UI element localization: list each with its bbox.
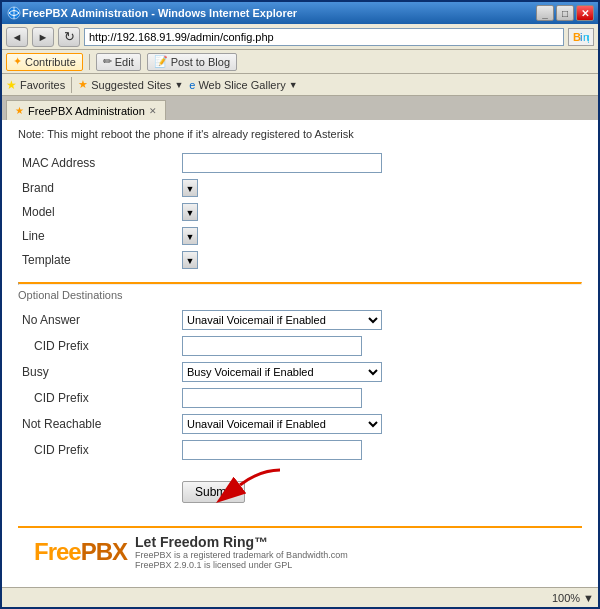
- edit-button[interactable]: ✏ Edit: [96, 53, 141, 71]
- busy-row: Busy Busy Voicemail if Enabled: [18, 359, 582, 385]
- no-answer-label: No Answer: [18, 307, 178, 333]
- no-answer-cid-input-cell: [178, 333, 582, 359]
- tab-icon: ★: [15, 105, 24, 116]
- tab-close-icon[interactable]: ✕: [149, 106, 157, 116]
- form-table: MAC Address Brand ▼ Model ▼: [18, 150, 582, 272]
- tab-bar: ★ FreePBX Administration ✕: [2, 96, 598, 120]
- blog-icon: 📝: [154, 55, 168, 68]
- busy-select[interactable]: Busy Voicemail if Enabled: [182, 362, 382, 382]
- back-button[interactable]: ◄: [6, 27, 28, 47]
- line-dropdown[interactable]: ▼: [182, 227, 198, 245]
- brand-label: Brand: [18, 176, 178, 200]
- contribute-button[interactable]: ✦ Contribute: [6, 53, 83, 71]
- busy-select-cell: Busy Voicemail if Enabled: [178, 359, 582, 385]
- template-label: Template: [18, 248, 178, 272]
- submit-row: Submit: [18, 463, 582, 506]
- post-to-blog-button[interactable]: 📝 Post to Blog: [147, 53, 237, 71]
- edit-icon: ✏: [103, 55, 112, 68]
- web-slice-icon: e: [189, 79, 195, 91]
- no-answer-cid-input[interactable]: [182, 336, 362, 356]
- version: FreePBX 2.9.0.1 is licensed under GPL: [135, 560, 348, 570]
- favorites-bar: ★ Favorites ★ Suggested Sites ▼ e Web Sl…: [2, 74, 598, 96]
- address-bar: ◄ ► ↻ B i n g: [2, 24, 598, 50]
- web-slice-gallery-button[interactable]: e Web Slice Gallery ▼: [189, 79, 297, 91]
- brand-input-cell: ▼: [178, 176, 582, 200]
- destinations-table: No Answer Unavail Voicemail if Enabled C…: [18, 307, 582, 506]
- busy-cid-input[interactable]: [182, 388, 362, 408]
- address-input[interactable]: [84, 28, 564, 46]
- zoom-level: 100% ▼: [552, 592, 594, 604]
- line-label: Line: [18, 224, 178, 248]
- forward-button[interactable]: ►: [32, 27, 54, 47]
- busy-label: Busy: [18, 359, 178, 385]
- mac-address-row: MAC Address: [18, 150, 582, 176]
- not-reachable-cid-input[interactable]: [182, 440, 362, 460]
- template-row: Template ▼: [18, 248, 582, 272]
- model-row: Model ▼: [18, 200, 582, 224]
- window-title: FreePBX Administration - Windows Interne…: [22, 7, 536, 19]
- page-content: Note: This might reboot the phone if it'…: [2, 120, 598, 587]
- mac-address-input-cell: [178, 150, 582, 176]
- close-button[interactable]: ✕: [576, 5, 594, 21]
- brand-row: Brand ▼: [18, 176, 582, 200]
- not-reachable-row: Not Reachable Unavail Voicemail if Enabl…: [18, 411, 582, 437]
- note-text: Note: This might reboot the phone if it'…: [18, 128, 582, 140]
- model-dropdown[interactable]: ▼: [182, 203, 198, 221]
- maximize-button[interactable]: □: [556, 5, 574, 21]
- model-input-cell: ▼: [178, 200, 582, 224]
- busy-cid-label: CID Prefix: [18, 385, 178, 411]
- template-input-cell: ▼: [178, 248, 582, 272]
- no-answer-row: No Answer Unavail Voicemail if Enabled: [18, 307, 582, 333]
- trademark: FreePBX is a registered trademark of Ban…: [135, 550, 348, 560]
- busy-cid-row: CID Prefix: [18, 385, 582, 411]
- not-reachable-cid-input-cell: [178, 437, 582, 463]
- active-tab[interactable]: ★ FreePBX Administration ✕: [6, 100, 166, 120]
- not-reachable-cid-label: CID Prefix: [18, 437, 178, 463]
- not-reachable-cid-row: CID Prefix: [18, 437, 582, 463]
- mac-address-label: MAC Address: [18, 150, 178, 176]
- submit-arrow: [210, 465, 290, 505]
- favorites-button[interactable]: ★ Favorites: [6, 78, 65, 92]
- freepbx-logo: FreePBX: [34, 538, 127, 566]
- svg-text:g: g: [587, 31, 589, 43]
- not-reachable-label: Not Reachable: [18, 411, 178, 437]
- section-divider: [18, 282, 582, 285]
- minimize-button[interactable]: _: [536, 5, 554, 21]
- optional-destinations-label: Optional Destinations: [18, 289, 582, 301]
- no-answer-select-cell: Unavail Voicemail if Enabled: [178, 307, 582, 333]
- browser-window: FreePBX Administration - Windows Interne…: [0, 0, 600, 609]
- footer-text: Let Freedom Ring™ FreePBX is a registere…: [135, 534, 348, 570]
- busy-cid-input-cell: [178, 385, 582, 411]
- not-reachable-select[interactable]: Unavail Voicemail if Enabled: [182, 414, 382, 434]
- browser-icon: [6, 5, 22, 21]
- tagline: Let Freedom Ring™: [135, 534, 348, 550]
- star-icon: ★: [6, 78, 17, 92]
- model-label: Model: [18, 200, 178, 224]
- title-bar: FreePBX Administration - Windows Interne…: [2, 2, 598, 24]
- template-dropdown[interactable]: ▼: [182, 251, 198, 269]
- not-reachable-select-cell: Unavail Voicemail if Enabled: [178, 411, 582, 437]
- contribute-icon: ✦: [13, 55, 22, 68]
- status-bar: 100% ▼: [2, 587, 598, 607]
- web-slice-chevron: ▼: [289, 80, 298, 90]
- bing-search: B i n g: [568, 28, 594, 46]
- window-controls: _ □ ✕: [536, 5, 594, 21]
- suggested-sites-chevron: ▼: [174, 80, 183, 90]
- footer: FreePBX Let Freedom Ring™ FreePBX is a r…: [18, 526, 582, 576]
- line-row: Line ▼: [18, 224, 582, 248]
- content-area: Note: This might reboot the phone if it'…: [2, 120, 598, 587]
- toolbar: ✦ Contribute ✏ Edit 📝 Post to Blog: [2, 50, 598, 74]
- favorites-divider: [71, 77, 72, 93]
- no-answer-cid-label: CID Prefix: [18, 333, 178, 359]
- submit-cell: Submit: [178, 463, 582, 506]
- suggested-sites-button[interactable]: ★ Suggested Sites ▼: [78, 78, 183, 91]
- no-answer-select[interactable]: Unavail Voicemail if Enabled: [182, 310, 382, 330]
- toolbar-divider: [89, 54, 90, 70]
- mac-address-input[interactable]: [182, 153, 382, 173]
- brand-dropdown[interactable]: ▼: [182, 179, 198, 197]
- refresh-button[interactable]: ↻: [58, 27, 80, 47]
- suggested-sites-icon: ★: [78, 78, 88, 91]
- no-answer-cid-row: CID Prefix: [18, 333, 582, 359]
- line-input-cell: ▼: [178, 224, 582, 248]
